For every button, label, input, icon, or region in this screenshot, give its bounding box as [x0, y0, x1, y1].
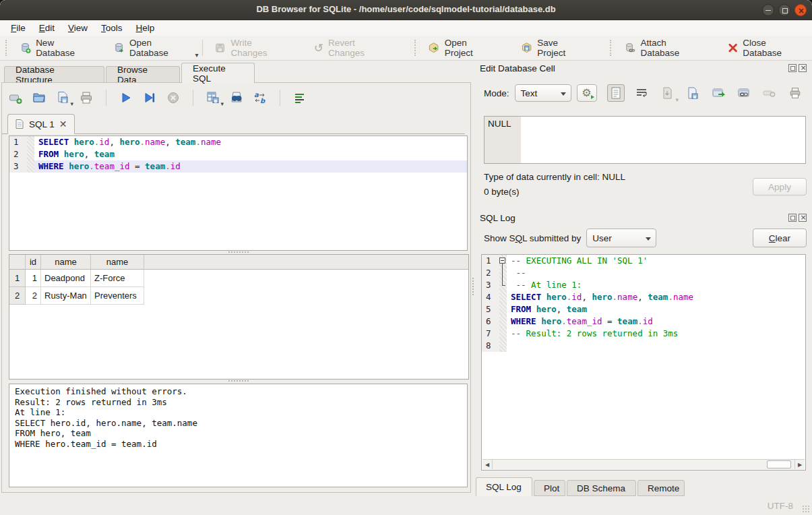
column-header[interactable]: id	[26, 255, 41, 270]
menu-tools[interactable]: Tools	[94, 22, 129, 34]
close-database-button[interactable]: Close Database	[720, 35, 812, 61]
scroll-left-icon[interactable]: ◀	[482, 460, 493, 469]
find-button[interactable]	[228, 90, 245, 106]
new-tab-icon	[8, 90, 23, 105]
auto-mode-button[interactable]: ⚙	[577, 84, 597, 102]
open-database-dropdown-icon[interactable]: ▾	[195, 51, 198, 60]
text-mode-button[interactable]	[607, 84, 625, 102]
new-sql-tab-button[interactable]	[7, 90, 24, 106]
save-results-dropdown-icon[interactable]: ▾	[220, 100, 224, 107]
row-header[interactable]: 1	[9, 270, 26, 287]
dock-close-icon[interactable]	[799, 64, 807, 72]
table-cell[interactable]: Rusty-Man	[41, 287, 91, 305]
table-row: 22Rusty-ManPreventers	[9, 287, 468, 305]
open-database-button[interactable]: Open Database	[106, 35, 198, 61]
word-wrap-button[interactable]	[633, 84, 650, 102]
save-sql-file-button[interactable]: ▾	[55, 90, 71, 106]
close-database-label: Close Database	[743, 38, 805, 58]
tab-sql-log[interactable]: SQL Log	[476, 477, 532, 496]
print-button[interactable]	[78, 90, 94, 106]
sql1-tab[interactable]: SQL 1 ✕	[7, 114, 75, 134]
fold-marker-icon[interactable]	[499, 255, 507, 267]
edit-cell-title: Edit Database Cell	[480, 63, 555, 73]
scrollbar-thumb[interactable]	[767, 460, 791, 468]
row-header[interactable]: 2	[9, 287, 26, 305]
cell-type-info: Type of data currently in cell: NULL	[484, 172, 625, 182]
close-button[interactable]: ×	[794, 4, 807, 16]
table-cell[interactable]: Preventers	[91, 287, 144, 305]
sql-editor[interactable]: 1SELECT hero.id, hero.name, team.name2FR…	[9, 135, 468, 251]
open-external-button[interactable]	[710, 84, 727, 102]
sql-log-view[interactable]: 1-- EXECUTING ALL IN 'SQL 1'2 --3 -- At …	[481, 254, 806, 471]
revert-changes-label: Revert Changes	[328, 38, 391, 58]
execute-sql-panel: ▾	[1, 82, 471, 493]
table-cell[interactable]: Z-Force	[91, 270, 144, 287]
fold-marker-icon	[499, 267, 507, 279]
cell-value: NULL	[488, 119, 511, 129]
log-filter-combobox[interactable]: User	[586, 229, 656, 247]
menu-edit[interactable]: Edit	[32, 22, 61, 34]
clear-log-button[interactable]: Clear	[753, 229, 807, 247]
app-window: DB Browser for SQLite - /home/user/code/…	[0, 0, 812, 515]
printer-icon	[788, 86, 802, 100]
tab-browse-data[interactable]: Browse Data	[106, 66, 180, 83]
remove-cell-button	[761, 84, 778, 102]
splitter-handle-icon	[472, 278, 474, 295]
maximize-button[interactable]	[778, 4, 790, 16]
mode-combobox[interactable]: Text	[515, 84, 571, 102]
menu-help[interactable]: Help	[129, 22, 162, 34]
open-sql-file-button[interactable]	[31, 90, 47, 106]
horizontal-splitter[interactable]	[9, 380, 468, 383]
scroll-right-icon[interactable]: ▶	[794, 460, 805, 469]
table-cell[interactable]: 2	[26, 287, 41, 305]
titlebar[interactable]: DB Browser for SQLite - /home/user/code/…	[0, 0, 812, 20]
sql1-tab-close-icon[interactable]: ✕	[59, 119, 67, 129]
menu-file[interactable]: File	[4, 22, 32, 34]
code-line: 3WHERE hero.team_id = team.id	[9, 160, 467, 173]
table-cell[interactable]: Deadpond	[41, 270, 91, 287]
results-grid[interactable]: idnamename11DeadpondZ-Force22Rusty-ManPr…	[9, 254, 469, 380]
attach-database-button[interactable]: Attach Database	[617, 35, 712, 61]
open-project-button[interactable]: Open Project	[420, 35, 502, 61]
save-file-dropdown-icon[interactable]: ▾	[70, 100, 73, 107]
save-project-button[interactable]: Save Project	[513, 35, 594, 61]
code-line: 5FROM hero, team	[482, 303, 805, 315]
export-cell-button[interactable]	[684, 84, 701, 102]
execute-all-button[interactable]	[118, 90, 134, 106]
minimize-button[interactable]	[762, 4, 774, 16]
fold-margin	[499, 291, 507, 303]
execute-line-button[interactable]	[142, 90, 158, 106]
cell-value-editor[interactable]: NULL	[484, 116, 806, 164]
toolbar-drag-handle[interactable]	[5, 40, 8, 56]
table-cell[interactable]: 1	[26, 270, 41, 287]
code-text: SELECT hero.id, hero.name, team.name	[507, 291, 805, 303]
print-cell-button[interactable]	[786, 84, 804, 102]
corner-header[interactable]	[9, 255, 26, 270]
dock-float-icon[interactable]	[788, 64, 797, 72]
dock-close-icon[interactable]	[799, 214, 807, 222]
toolbar-drag-handle[interactable]	[414, 40, 417, 56]
new-database-button[interactable]: New Database	[12, 35, 100, 61]
horizontal-scrollbar[interactable]: ◀ ▶	[482, 459, 805, 469]
save-results-button[interactable]: ▾	[205, 90, 221, 106]
code-text: WHERE hero.team_id = team.id	[507, 315, 805, 328]
column-header[interactable]: name	[91, 255, 144, 270]
link-cell-button[interactable]	[735, 84, 753, 102]
resize-grip[interactable]	[802, 505, 810, 513]
sql-log-dock-header: SQL Log	[480, 213, 808, 226]
code-text: -- At line 1:	[507, 279, 805, 291]
menu-view[interactable]: View	[61, 22, 94, 34]
vertical-splitter[interactable]	[471, 62, 476, 493]
fold-margin	[27, 136, 34, 148]
tab-execute-sql[interactable]: Execute SQL	[181, 63, 255, 83]
remove-icon	[763, 88, 776, 98]
toolbar-separator	[193, 90, 193, 106]
dock-float-icon[interactable]	[788, 214, 797, 222]
replace-button[interactable]: a b	[252, 90, 268, 106]
toolbar-drag-handle[interactable]	[610, 40, 613, 56]
column-header[interactable]: name	[41, 255, 91, 270]
execution-message: Execution finished without errors. Resul…	[15, 386, 462, 449]
tab-database-structure[interactable]: Database Structure	[4, 66, 104, 83]
format-sql-button[interactable]	[292, 90, 308, 106]
open-database-label: Open Database	[129, 38, 190, 58]
